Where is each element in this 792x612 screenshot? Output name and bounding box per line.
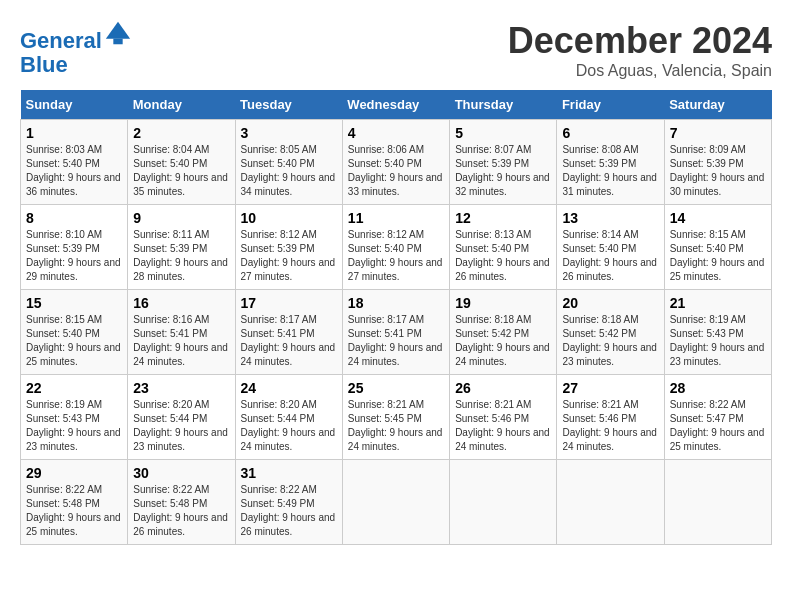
logo-icon <box>104 20 132 48</box>
calendar-cell: 31Sunrise: 8:22 AM Sunset: 5:49 PM Dayli… <box>235 460 342 545</box>
day-info: Sunrise: 8:20 AM Sunset: 5:44 PM Dayligh… <box>241 398 337 454</box>
day-number: 22 <box>26 380 122 396</box>
logo: General Blue <box>20 20 132 77</box>
day-number: 14 <box>670 210 766 226</box>
calendar-cell <box>342 460 449 545</box>
day-number: 24 <box>241 380 337 396</box>
day-number: 19 <box>455 295 551 311</box>
calendar-week-row: 15Sunrise: 8:15 AM Sunset: 5:40 PM Dayli… <box>21 290 772 375</box>
day-info: Sunrise: 8:17 AM Sunset: 5:41 PM Dayligh… <box>241 313 337 369</box>
day-number: 8 <box>26 210 122 226</box>
day-info: Sunrise: 8:16 AM Sunset: 5:41 PM Dayligh… <box>133 313 229 369</box>
calendar-cell: 23Sunrise: 8:20 AM Sunset: 5:44 PM Dayli… <box>128 375 235 460</box>
day-info: Sunrise: 8:21 AM Sunset: 5:46 PM Dayligh… <box>455 398 551 454</box>
calendar-cell: 6Sunrise: 8:08 AM Sunset: 5:39 PM Daylig… <box>557 120 664 205</box>
day-number: 26 <box>455 380 551 396</box>
calendar-table: Sunday Monday Tuesday Wednesday Thursday… <box>20 90 772 545</box>
header-tuesday: Tuesday <box>235 90 342 120</box>
day-info: Sunrise: 8:20 AM Sunset: 5:44 PM Dayligh… <box>133 398 229 454</box>
day-info: Sunrise: 8:18 AM Sunset: 5:42 PM Dayligh… <box>455 313 551 369</box>
day-info: Sunrise: 8:18 AM Sunset: 5:42 PM Dayligh… <box>562 313 658 369</box>
calendar-cell: 27Sunrise: 8:21 AM Sunset: 5:46 PM Dayli… <box>557 375 664 460</box>
day-info: Sunrise: 8:15 AM Sunset: 5:40 PM Dayligh… <box>670 228 766 284</box>
logo-line2: Blue <box>20 52 68 77</box>
day-number: 10 <box>241 210 337 226</box>
day-number: 16 <box>133 295 229 311</box>
day-info: Sunrise: 8:14 AM Sunset: 5:40 PM Dayligh… <box>562 228 658 284</box>
calendar-cell: 30Sunrise: 8:22 AM Sunset: 5:48 PM Dayli… <box>128 460 235 545</box>
day-number: 1 <box>26 125 122 141</box>
day-number: 12 <box>455 210 551 226</box>
calendar-cell: 8Sunrise: 8:10 AM Sunset: 5:39 PM Daylig… <box>21 205 128 290</box>
day-number: 27 <box>562 380 658 396</box>
day-number: 3 <box>241 125 337 141</box>
day-info: Sunrise: 8:08 AM Sunset: 5:39 PM Dayligh… <box>562 143 658 199</box>
header: General Blue December 2024 Dos Aguas, Va… <box>20 20 772 80</box>
day-info: Sunrise: 8:04 AM Sunset: 5:40 PM Dayligh… <box>133 143 229 199</box>
calendar-cell <box>664 460 771 545</box>
day-info: Sunrise: 8:22 AM Sunset: 5:48 PM Dayligh… <box>26 483 122 539</box>
calendar-cell: 4Sunrise: 8:06 AM Sunset: 5:40 PM Daylig… <box>342 120 449 205</box>
day-info: Sunrise: 8:13 AM Sunset: 5:40 PM Dayligh… <box>455 228 551 284</box>
calendar-cell: 15Sunrise: 8:15 AM Sunset: 5:40 PM Dayli… <box>21 290 128 375</box>
day-number: 5 <box>455 125 551 141</box>
logo-text: General Blue <box>20 20 132 77</box>
day-number: 30 <box>133 465 229 481</box>
calendar-cell: 13Sunrise: 8:14 AM Sunset: 5:40 PM Dayli… <box>557 205 664 290</box>
day-info: Sunrise: 8:12 AM Sunset: 5:39 PM Dayligh… <box>241 228 337 284</box>
calendar-cell: 26Sunrise: 8:21 AM Sunset: 5:46 PM Dayli… <box>450 375 557 460</box>
svg-rect-1 <box>113 39 122 45</box>
calendar-cell <box>450 460 557 545</box>
day-info: Sunrise: 8:05 AM Sunset: 5:40 PM Dayligh… <box>241 143 337 199</box>
calendar-cell: 3Sunrise: 8:05 AM Sunset: 5:40 PM Daylig… <box>235 120 342 205</box>
location-title: Dos Aguas, Valencia, Spain <box>508 62 772 80</box>
day-number: 17 <box>241 295 337 311</box>
day-info: Sunrise: 8:19 AM Sunset: 5:43 PM Dayligh… <box>26 398 122 454</box>
calendar-cell: 12Sunrise: 8:13 AM Sunset: 5:40 PM Dayli… <box>450 205 557 290</box>
day-info: Sunrise: 8:07 AM Sunset: 5:39 PM Dayligh… <box>455 143 551 199</box>
day-info: Sunrise: 8:09 AM Sunset: 5:39 PM Dayligh… <box>670 143 766 199</box>
header-friday: Friday <box>557 90 664 120</box>
header-thursday: Thursday <box>450 90 557 120</box>
svg-marker-0 <box>106 22 130 39</box>
calendar-header-row: Sunday Monday Tuesday Wednesday Thursday… <box>21 90 772 120</box>
day-number: 31 <box>241 465 337 481</box>
calendar-cell: 16Sunrise: 8:16 AM Sunset: 5:41 PM Dayli… <box>128 290 235 375</box>
calendar-cell: 29Sunrise: 8:22 AM Sunset: 5:48 PM Dayli… <box>21 460 128 545</box>
day-number: 29 <box>26 465 122 481</box>
day-info: Sunrise: 8:06 AM Sunset: 5:40 PM Dayligh… <box>348 143 444 199</box>
day-info: Sunrise: 8:21 AM Sunset: 5:45 PM Dayligh… <box>348 398 444 454</box>
calendar-cell: 22Sunrise: 8:19 AM Sunset: 5:43 PM Dayli… <box>21 375 128 460</box>
calendar-cell: 11Sunrise: 8:12 AM Sunset: 5:40 PM Dayli… <box>342 205 449 290</box>
day-info: Sunrise: 8:22 AM Sunset: 5:48 PM Dayligh… <box>133 483 229 539</box>
header-saturday: Saturday <box>664 90 771 120</box>
calendar-cell: 10Sunrise: 8:12 AM Sunset: 5:39 PM Dayli… <box>235 205 342 290</box>
day-info: Sunrise: 8:17 AM Sunset: 5:41 PM Dayligh… <box>348 313 444 369</box>
day-number: 18 <box>348 295 444 311</box>
day-info: Sunrise: 8:15 AM Sunset: 5:40 PM Dayligh… <box>26 313 122 369</box>
day-number: 11 <box>348 210 444 226</box>
calendar-week-row: 8Sunrise: 8:10 AM Sunset: 5:39 PM Daylig… <box>21 205 772 290</box>
day-number: 6 <box>562 125 658 141</box>
calendar-week-row: 29Sunrise: 8:22 AM Sunset: 5:48 PM Dayli… <box>21 460 772 545</box>
calendar-week-row: 22Sunrise: 8:19 AM Sunset: 5:43 PM Dayli… <box>21 375 772 460</box>
calendar-cell <box>557 460 664 545</box>
day-info: Sunrise: 8:11 AM Sunset: 5:39 PM Dayligh… <box>133 228 229 284</box>
calendar-cell: 25Sunrise: 8:21 AM Sunset: 5:45 PM Dayli… <box>342 375 449 460</box>
day-number: 20 <box>562 295 658 311</box>
calendar-cell: 2Sunrise: 8:04 AM Sunset: 5:40 PM Daylig… <box>128 120 235 205</box>
day-number: 15 <box>26 295 122 311</box>
day-number: 13 <box>562 210 658 226</box>
logo-line1: General <box>20 28 102 53</box>
calendar-cell: 28Sunrise: 8:22 AM Sunset: 5:47 PM Dayli… <box>664 375 771 460</box>
calendar-cell: 18Sunrise: 8:17 AM Sunset: 5:41 PM Dayli… <box>342 290 449 375</box>
calendar-cell: 1Sunrise: 8:03 AM Sunset: 5:40 PM Daylig… <box>21 120 128 205</box>
day-number: 2 <box>133 125 229 141</box>
day-number: 4 <box>348 125 444 141</box>
day-number: 9 <box>133 210 229 226</box>
day-info: Sunrise: 8:03 AM Sunset: 5:40 PM Dayligh… <box>26 143 122 199</box>
calendar-cell: 9Sunrise: 8:11 AM Sunset: 5:39 PM Daylig… <box>128 205 235 290</box>
day-info: Sunrise: 8:22 AM Sunset: 5:49 PM Dayligh… <box>241 483 337 539</box>
day-number: 7 <box>670 125 766 141</box>
month-title: December 2024 <box>508 20 772 62</box>
